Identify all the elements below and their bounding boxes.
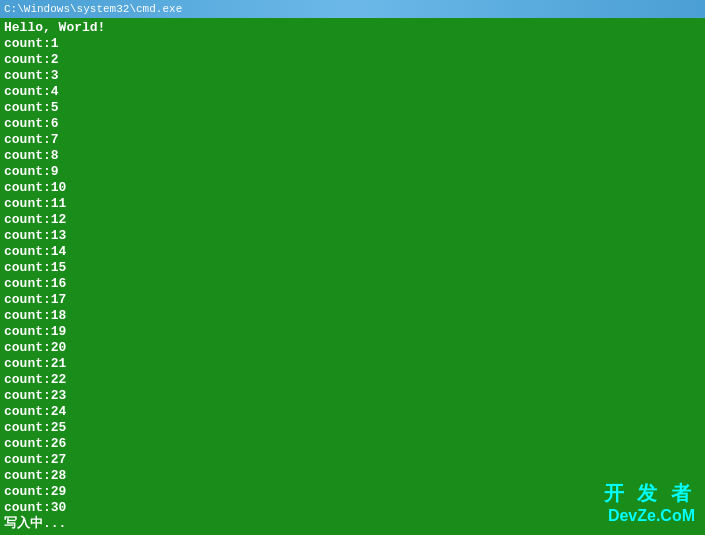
count-line-29: count:29 bbox=[4, 484, 701, 500]
count-line-6: count:6 bbox=[4, 116, 701, 132]
count-line-24: count:24 bbox=[4, 404, 701, 420]
count-line-23: count:23 bbox=[4, 388, 701, 404]
count-line-2: count:2 bbox=[4, 52, 701, 68]
watermark-chinese: 开 发 者 bbox=[604, 480, 695, 507]
count-line-11: count:11 bbox=[4, 196, 701, 212]
count-line-5: count:5 bbox=[4, 100, 701, 116]
count-line-21: count:21 bbox=[4, 356, 701, 372]
title-text: C:\Windows\system32\cmd.exe bbox=[4, 3, 182, 15]
watermark: 开 发 者 DevZe.CoM bbox=[604, 480, 695, 525]
count-line-4: count:4 bbox=[4, 84, 701, 100]
count-line-25: count:25 bbox=[4, 420, 701, 436]
count-line-8: count:8 bbox=[4, 148, 701, 164]
count-line-15: count:15 bbox=[4, 260, 701, 276]
count-line-27: count:27 bbox=[4, 452, 701, 468]
watermark-english: DevZe.CoM bbox=[604, 507, 695, 525]
count-line-17: count:17 bbox=[4, 292, 701, 308]
count-line-18: count:18 bbox=[4, 308, 701, 324]
count-line-12: count:12 bbox=[4, 212, 701, 228]
count-line-26: count:26 bbox=[4, 436, 701, 452]
count-line-1: count:1 bbox=[4, 36, 701, 52]
count-line-22: count:22 bbox=[4, 372, 701, 388]
count-line-19: count:19 bbox=[4, 324, 701, 340]
title-bar: C:\Windows\system32\cmd.exe bbox=[0, 0, 705, 18]
count-line-30: count:30 bbox=[4, 500, 701, 516]
count-line-3: count:3 bbox=[4, 68, 701, 84]
count-line-10: count:10 bbox=[4, 180, 701, 196]
count-lines: count:1count:2count:3count:4count:5count… bbox=[4, 36, 701, 516]
count-line-28: count:28 bbox=[4, 468, 701, 484]
count-line-14: count:14 bbox=[4, 244, 701, 260]
console-content: Hello, World! count:1count:2count:3count… bbox=[0, 18, 705, 534]
count-line-9: count:9 bbox=[4, 164, 701, 180]
greeting-line: Hello, World! bbox=[4, 20, 701, 36]
count-line-16: count:16 bbox=[4, 276, 701, 292]
count-line-7: count:7 bbox=[4, 132, 701, 148]
count-line-20: count:20 bbox=[4, 340, 701, 356]
count-line-13: count:13 bbox=[4, 228, 701, 244]
status-line: 写入中... bbox=[4, 516, 701, 532]
